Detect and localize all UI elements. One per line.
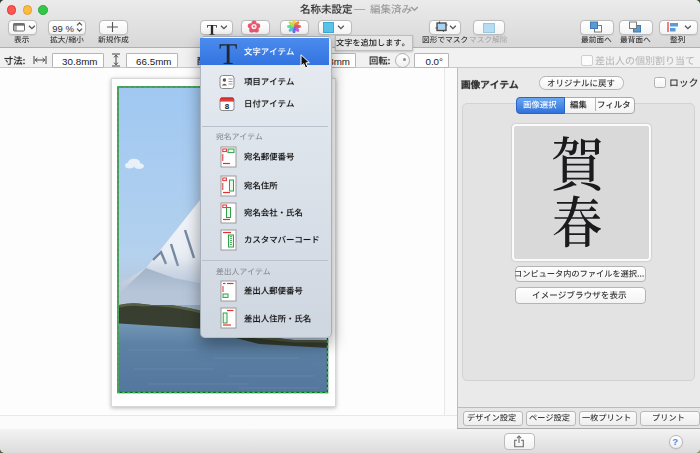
- svg-text:8: 8: [224, 101, 229, 110]
